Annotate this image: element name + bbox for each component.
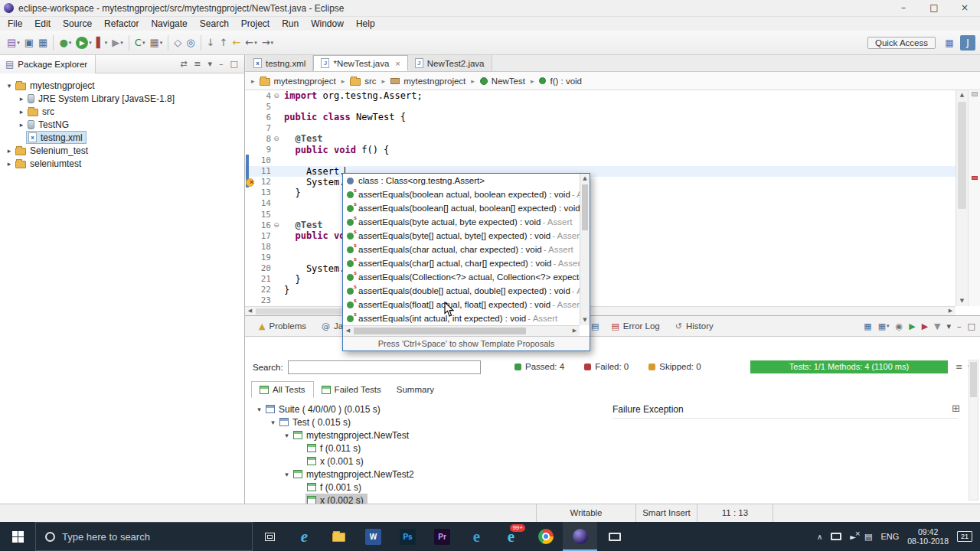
popup-vertical-scrollbar[interactable]: ▲ ▼ (580, 174, 590, 325)
collapse-all-icon[interactable]: ≡ (194, 59, 201, 69)
breadcrumb-item[interactable]: NewTest (480, 77, 525, 86)
test-tree-item[interactable]: ▾Test ( 0.015 s) (248, 416, 418, 429)
start-button[interactable] (0, 522, 35, 551)
task-view-icon[interactable] (253, 522, 287, 551)
minimize-button[interactable]: – (888, 0, 919, 17)
menu-navigate[interactable]: Navigate (145, 18, 193, 29)
scroll-down-icon[interactable]: ▼ (956, 296, 968, 306)
close-icon[interactable]: × (395, 59, 400, 68)
proposal-item[interactable]: assertEquals(byte actual, byte expected)… (343, 215, 580, 229)
breadcrumb-toggle-icon[interactable]: ▸ (251, 77, 255, 85)
tab-error-log[interactable]: ▤Error Log (603, 317, 667, 336)
language-indicator[interactable]: ENG (880, 532, 899, 541)
tree-item[interactable]: ▸JRE System Library [JavaSE-1.8] (0, 92, 244, 105)
console-icon[interactable]: ▤ (591, 321, 599, 331)
test-tree-item[interactable]: x (0.001 s) (248, 455, 418, 468)
maximize-button[interactable]: □ (919, 0, 949, 17)
view-menu-icon[interactable]: ▾ (208, 59, 213, 69)
code-line[interactable]: 5 (245, 101, 956, 112)
coverage-icon[interactable]: ▌▾ (95, 34, 109, 52)
filter-icon[interactable]: ▼ (934, 321, 940, 331)
test-tree-item[interactable]: ▾mytestngproject.NewTest (248, 429, 418, 442)
view-menu-icon[interactable]: ▾ (947, 321, 952, 331)
volume-muted-icon[interactable] (850, 533, 856, 541)
popup-horizontal-scroll-thumb[interactable] (354, 328, 526, 334)
rerun-test-icon[interactable]: ▶ (909, 321, 915, 331)
new-java-class-icon[interactable]: C▾ (133, 34, 147, 52)
close-button[interactable]: × (949, 0, 980, 17)
results-menu-icon[interactable]: ≡ (956, 362, 962, 372)
menu-edit[interactable]: Edit (28, 18, 57, 29)
results-tab-all-tests[interactable]: All Tests (251, 381, 314, 398)
word-icon[interactable]: W (356, 522, 390, 551)
proposal-item[interactable]: assertEquals(Collection<?> actual, Colle… (343, 270, 580, 284)
run-icon[interactable]: ▶▾ (74, 34, 93, 52)
display-console-icon[interactable]: ▦ (864, 321, 871, 331)
save-all-icon[interactable]: ▦ (37, 34, 49, 52)
search-icon[interactable]: ◎ (185, 34, 196, 52)
tab-problems[interactable]: ▲Problems (251, 317, 314, 336)
internet-explorer-icon[interactable]: e (459, 522, 494, 551)
breadcrumb-item[interactable]: mytestngproject (390, 77, 466, 86)
forward-icon[interactable]: →▾ (260, 34, 275, 52)
link-with-editor-icon[interactable]: ⇄ (180, 59, 187, 69)
file-explorer-icon[interactable] (322, 522, 356, 551)
proposal-item[interactable]: assertEquals(char actual, char expected)… (343, 243, 580, 256)
results-scroll-thumb[interactable] (970, 362, 977, 397)
proposal-item[interactable]: assertEquals(byte[] actual, byte[] expec… (343, 229, 580, 243)
save-icon[interactable]: ▣ (23, 34, 35, 52)
clock[interactable]: 09:42 08-10-2018 (907, 527, 949, 546)
proposal-item[interactable]: assertEquals(boolean[] actual, boolean[]… (343, 201, 580, 215)
code-line[interactable]: 10 (245, 155, 956, 166)
open-type-icon[interactable]: ◇ (172, 34, 183, 52)
package-explorer-tab[interactable]: ▤ Package Explorer (0, 55, 96, 73)
results-tab-summary[interactable]: Summary (389, 381, 442, 398)
taskbar-search[interactable]: Type here to search (35, 522, 253, 551)
proposal-item[interactable]: assertEquals(char[] actual, char[] expec… (343, 256, 580, 270)
minimize-icon[interactable]: – (957, 321, 962, 331)
editor-tab[interactable]: JNewTest2.java (408, 55, 492, 71)
tree-item[interactable]: ▸src (0, 105, 244, 118)
error-marker[interactable] (972, 176, 978, 180)
menu-source[interactable]: Source (57, 18, 98, 29)
test-tree-item[interactable]: f (0.011 s) (248, 442, 418, 455)
open-perspective-icon[interactable]: ▦ (942, 35, 957, 51)
chrome-icon[interactable] (528, 522, 563, 551)
menu-file[interactable]: File (2, 18, 28, 29)
rerun-failed-tests-icon[interactable]: ▶ (922, 321, 928, 331)
display-icon[interactable] (597, 522, 632, 551)
popup-scroll-down-icon[interactable]: ▼ (580, 315, 590, 325)
tree-item[interactable]: ▸Selenium_test (0, 144, 244, 157)
test-tree-item[interactable]: f (0.001 s) (248, 481, 418, 494)
menu-refactor[interactable]: Refactor (98, 18, 145, 29)
photoshop-icon[interactable]: Ps (390, 522, 425, 551)
search-input[interactable] (288, 360, 481, 374)
notification-center[interactable]: 21 (957, 531, 972, 542)
network-icon[interactable]: ▤ (864, 532, 872, 542)
editor-vertical-scrollbar[interactable]: ▲ ▼ (956, 90, 968, 306)
proposal-item[interactable]: class : Class<org.testng.Assert> (343, 174, 580, 187)
eclipse-icon[interactable] (563, 522, 597, 551)
browser-badge-icon[interactable]: e99+ (494, 522, 528, 551)
results-tab-failed-tests[interactable]: Failed Tests (314, 381, 389, 398)
hidden-icons-chevron[interactable]: ∧ (817, 533, 822, 541)
popup-vertical-scroll-thumb[interactable] (582, 184, 588, 230)
test-tree-item[interactable]: ▾mytestngproject.NewTest2 (248, 468, 418, 481)
tree-item[interactable]: ▾mytestngproject (0, 79, 244, 92)
quick-access-button[interactable]: Quick Access (867, 37, 936, 49)
vertical-scroll-thumb[interactable] (958, 102, 966, 209)
new-java-package-icon[interactable]: ▦▾ (148, 34, 164, 52)
failure-detail-grid-icon[interactable]: ⊞ (952, 403, 960, 414)
debug-icon[interactable]: ●▾ (57, 34, 73, 52)
last-edit-location-icon[interactable]: ← (230, 34, 242, 52)
proposal-item[interactable]: assertEquals(float[] actual, float[] exp… (343, 298, 580, 311)
code-line[interactable]: 7 (245, 122, 956, 133)
external-tools-icon[interactable]: ▶▾ (110, 34, 125, 52)
fold-icon[interactable]: ⊖ (271, 221, 282, 229)
display-tray-icon[interactable] (831, 533, 841, 540)
editor-tab[interactable]: J*NewTest.java× (313, 55, 407, 71)
menu-project[interactable]: Project (235, 18, 276, 29)
fold-icon[interactable]: ⊖ (271, 92, 282, 99)
edge-icon[interactable]: e (287, 522, 322, 551)
maximize-icon[interactable]: □ (230, 59, 238, 69)
